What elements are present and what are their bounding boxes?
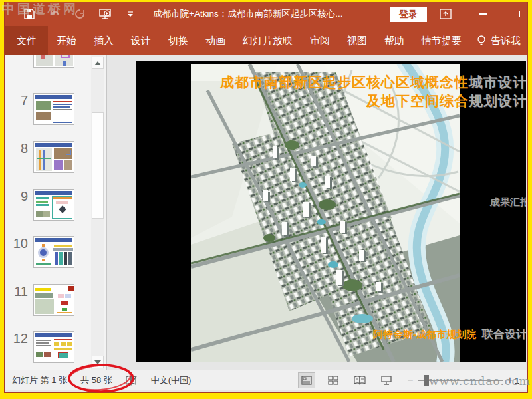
thumbnail-slide-11[interactable]: 11 (5, 284, 74, 316)
spell-check-icon[interactable] (126, 376, 138, 386)
slide-number: 10 (5, 236, 33, 268)
tab-design[interactable]: 设计 (122, 26, 160, 55)
slide-thumbnail-image (33, 284, 74, 316)
zoom-slider-thumb[interactable] (424, 375, 429, 386)
tab-slideshow[interactable]: 幻灯片放映 (234, 26, 301, 55)
slide-side-label: 成果汇报 (490, 196, 526, 209)
title-orange-part: 及地下空间综合 (366, 93, 469, 108)
ribbon-display-options-button[interactable] (434, 2, 457, 26)
slide-total-label: 共 58 张 (80, 374, 112, 386)
minimize-icon (479, 13, 487, 15)
tab-home[interactable]: 开始 (48, 26, 85, 55)
slide-thumbnail-image (33, 236, 74, 268)
tab-transitions[interactable]: 切换 (160, 26, 197, 55)
scroll-down-button[interactable] (92, 356, 104, 368)
main-area: 7 8 (5, 55, 527, 370)
slide-number (5, 55, 33, 68)
scroll-up-button[interactable] (92, 57, 104, 69)
tab-storyboarding[interactable]: 情节提要 (413, 26, 470, 55)
slideshow-view-button[interactable] (378, 372, 395, 388)
language-label[interactable]: 中文(中国) (151, 374, 192, 386)
thumbnail-slide-9[interactable]: 9 (5, 189, 74, 221)
minimize-button[interactable] (472, 2, 495, 26)
tab-file[interactable]: 文件 (5, 26, 48, 55)
tell-me-label: 告诉我 (491, 35, 521, 47)
title-bar: 成都市院+Atkins：成都市南部新区起步区核心... 登录 (5, 2, 527, 26)
slide-title-line2: 及地下空间综合规划设计 (220, 92, 526, 110)
slide-number: 12 (5, 331, 33, 363)
title-gray-part: 规划设计 (469, 93, 526, 108)
slide-credit: 阿特金斯-成都市规划院 联合设计 (373, 327, 526, 342)
lightbulb-icon (477, 35, 486, 47)
slide-number: 9 (5, 189, 33, 221)
login-button[interactable]: 登录 (390, 7, 427, 22)
thumbnail-slide-8[interactable]: 8 (5, 141, 74, 173)
powerpoint-window: 成都市院+Atkins：成都市南部新区起步区核心... 登录 文件 开始 插入 … (4, 2, 528, 393)
thumbnail-scrollbar[interactable] (91, 55, 104, 370)
maximize-button[interactable] (512, 2, 528, 26)
slide-number: 7 (5, 93, 33, 125)
credit-firms: 阿特金斯-成都市规划院 (373, 329, 476, 341)
slide-thumbnail-image (33, 93, 74, 125)
watermark-site-name: 中国道桥网 (2, 1, 78, 18)
normal-view-button[interactable] (298, 372, 315, 388)
scrollbar-thumb[interactable] (92, 112, 104, 219)
reading-view-button[interactable] (351, 372, 368, 388)
tab-review[interactable]: 审阅 (301, 26, 338, 55)
start-slideshow-icon[interactable] (98, 7, 112, 21)
tab-insert[interactable]: 插入 (85, 26, 122, 55)
document-title: 成都市院+Atkins：成都市南部新区起步区核心... (153, 2, 342, 26)
tell-me-box[interactable]: 告诉我 (477, 35, 521, 47)
tab-help[interactable]: 帮助 (376, 26, 413, 55)
current-slide[interactable]: 成都市南部新区起步区核心区域概念性城市设计 及地下空间综合规划设计 成果汇报 阿… (136, 61, 526, 362)
triangle-down-icon (94, 360, 101, 364)
watermark-site-url: www.cndao.com (429, 374, 531, 388)
thumbnail-slide-12[interactable]: 12 (5, 331, 74, 363)
slide-title-line1: 成都市南部新区起步区核心区域概念性城市设计 (220, 73, 526, 92)
tab-animations[interactable]: 动画 (197, 26, 234, 55)
slide-title[interactable]: 成都市南部新区起步区核心区域概念性城市设计 及地下空间综合规划设计 (220, 73, 526, 110)
slide-position-label: 幻灯片 第 1 张 (12, 374, 67, 386)
slide-thumbnail-image (33, 55, 74, 68)
zoom-out-button[interactable]: − (406, 374, 415, 386)
status-left: 幻灯片 第 1 张 共 58 张 中文(中国) (12, 374, 191, 386)
slide-number: 11 (5, 284, 33, 316)
maximize-icon (519, 11, 527, 17)
slide-thumbnail-image (33, 331, 74, 363)
title-orange-part: 成都市南部新区起步区核心区域概念性 (220, 74, 469, 90)
title-gray-part: 城市设计 (469, 74, 526, 90)
credit-joint-design: 联合设计 (482, 327, 526, 342)
slide-number: 8 (5, 141, 33, 173)
triangle-up-icon (94, 61, 101, 65)
tab-view[interactable]: 视图 (338, 26, 376, 55)
slide-thumbnail-panel: 7 8 (5, 55, 107, 370)
slide-sorter-view-button[interactable] (325, 372, 342, 388)
slide-thumbnail-image (33, 141, 74, 173)
thumbnail-slide-6[interactable] (5, 55, 74, 68)
editing-canvas: 成都市南部新区起步区核心区域概念性城市设计 及地下空间综合规划设计 成果汇报 阿… (107, 55, 527, 370)
thumbnail-slide-7[interactable]: 7 (5, 93, 74, 125)
ribbon-tab-bar: 文件 开始 插入 设计 切换 动画 幻灯片放映 审阅 视图 帮助 情节提要 告诉… (5, 26, 527, 55)
thumbnail-slide-10[interactable]: 10 (5, 236, 74, 268)
customize-qat-icon[interactable] (124, 7, 137, 21)
slide-thumbnail-image (33, 189, 74, 221)
